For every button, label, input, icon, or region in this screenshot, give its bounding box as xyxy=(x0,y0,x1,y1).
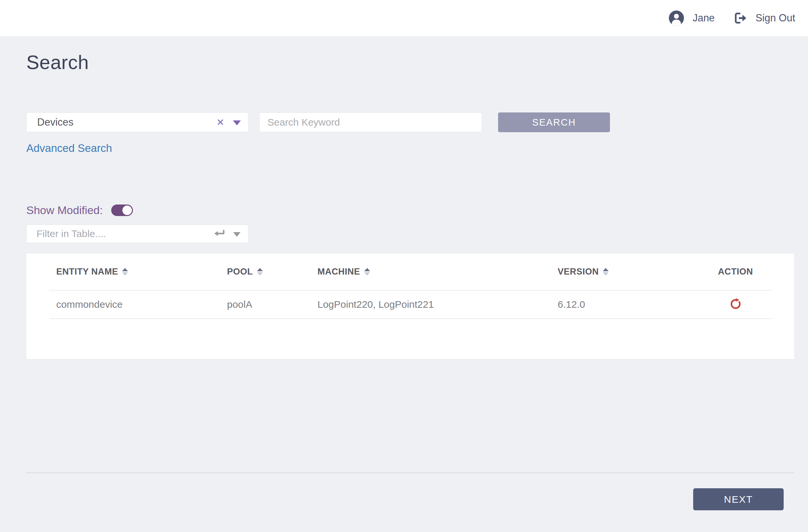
advanced-search-link[interactable]: Advanced Search xyxy=(26,142,112,154)
toggle-knob xyxy=(122,206,132,215)
search-button[interactable]: SEARCH xyxy=(498,112,610,132)
sort-up-down-icon[interactable] xyxy=(603,268,609,276)
filter-wrap xyxy=(26,225,249,243)
enter-return-icon[interactable] xyxy=(213,228,225,240)
clear-selection-icon[interactable]: ✕ xyxy=(217,118,224,127)
page-title: Search xyxy=(26,51,794,74)
next-button[interactable]: NEXT xyxy=(693,488,784,510)
sort-up-down-icon[interactable] xyxy=(122,268,128,276)
results-table: ENTITY NAME POOL MACHINE xyxy=(49,253,771,319)
show-modified-label: Show Modified: xyxy=(26,204,103,217)
user-chip[interactable]: Jane xyxy=(668,10,715,26)
entity-type-select[interactable]: Devices ✕ xyxy=(26,112,249,132)
redo-action-button[interactable] xyxy=(729,297,742,310)
top-bar: Jane Sign Out xyxy=(0,0,808,36)
column-header-machine[interactable]: MACHINE xyxy=(311,253,551,290)
footer-row: NEXT xyxy=(26,473,794,510)
show-modified-row: Show Modified: xyxy=(26,204,794,217)
show-modified-toggle[interactable] xyxy=(111,205,133,216)
column-header-entity-name[interactable]: ENTITY NAME xyxy=(49,253,220,290)
sort-up-down-icon[interactable] xyxy=(257,268,263,276)
cell-pool: poolA xyxy=(220,290,311,319)
user-avatar-icon xyxy=(668,10,685,26)
column-header-action: ACTION xyxy=(700,253,771,290)
redo-icon xyxy=(729,297,742,310)
table-header-row: ENTITY NAME POOL MACHINE xyxy=(49,253,771,290)
filter-caret-down-icon[interactable] xyxy=(233,232,240,237)
table-row: commondevice poolA LogPoint220, LogPoint… xyxy=(49,290,771,319)
search-keyword-input[interactable] xyxy=(259,112,482,132)
cell-machine: LogPoint220, LogPoint221 xyxy=(311,290,551,319)
search-page: Jane Sign Out Search Devices ✕ SEARCH Ad… xyxy=(0,0,808,532)
search-controls: Devices ✕ SEARCH xyxy=(26,112,794,132)
cell-version: 6.12.0 xyxy=(551,290,700,319)
column-header-version[interactable]: VERSION xyxy=(551,253,700,290)
results-card: ENTITY NAME POOL MACHINE xyxy=(26,253,794,359)
column-header-pool[interactable]: POOL xyxy=(220,253,311,290)
sign-out-button[interactable]: Sign Out xyxy=(734,12,795,25)
entity-type-value: Devices xyxy=(37,116,73,128)
caret-down-icon[interactable] xyxy=(233,120,241,125)
sign-out-label: Sign Out xyxy=(755,12,795,24)
cell-entity-name: commondevice xyxy=(49,290,220,319)
sign-out-icon xyxy=(734,12,747,25)
main-content: Search Devices ✕ SEARCH Advanced Search … xyxy=(0,51,808,510)
user-name: Jane xyxy=(693,12,715,24)
sort-up-down-icon[interactable] xyxy=(364,268,370,276)
